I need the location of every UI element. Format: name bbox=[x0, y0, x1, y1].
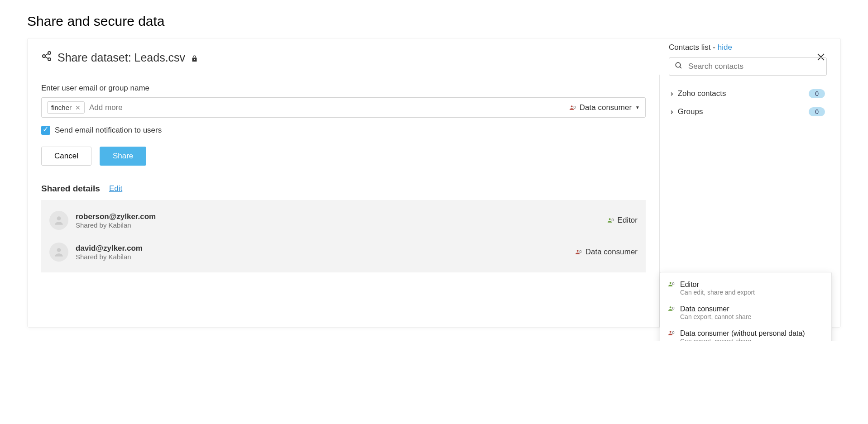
svg-rect-10 bbox=[612, 219, 613, 221]
shared-email: david@zylker.com bbox=[76, 244, 575, 253]
shared-email: roberson@zylker.com bbox=[76, 212, 607, 221]
role-option-editor[interactable]: Editor Can edit, share and export bbox=[660, 276, 831, 300]
svg-rect-8 bbox=[574, 106, 575, 108]
shared-title: Shared details bbox=[41, 184, 100, 194]
svg-rect-17 bbox=[672, 332, 674, 334]
shared-by: Shared by Kabilan bbox=[76, 221, 607, 229]
caret-down-icon: ▼ bbox=[635, 105, 640, 110]
shared-role-label: Editor bbox=[618, 216, 638, 225]
chip-text: fincher bbox=[51, 104, 72, 111]
contact-group-row[interactable]: › Groups 0 bbox=[669, 103, 827, 121]
svg-point-1 bbox=[43, 55, 45, 57]
share-modal: Share dataset: Leads.csv Enter user emai… bbox=[27, 38, 841, 328]
shared-header: Shared details Edit bbox=[41, 184, 646, 194]
contacts-header: Contacts list - hide bbox=[669, 43, 827, 52]
shared-item: roberson@zylker.com Shared by Kabilan Ed… bbox=[49, 205, 638, 236]
add-more-input[interactable] bbox=[89, 103, 569, 112]
count-badge: 0 bbox=[809, 89, 825, 98]
role-icon bbox=[667, 281, 675, 290]
modal-title-text: Share dataset: Leads.csv bbox=[58, 51, 185, 64]
share-form-panel: Enter user email or group name fincher ✕… bbox=[28, 38, 659, 327]
contact-group-label: Groups bbox=[678, 107, 703, 116]
count-badge: 0 bbox=[809, 107, 825, 116]
contacts-header-prefix: Contacts list - bbox=[669, 43, 718, 52]
selected-role-label: Data consumer bbox=[580, 103, 632, 112]
search-icon bbox=[675, 62, 688, 71]
shared-item: david@zylker.com Shared by Kabilan Data … bbox=[49, 236, 638, 268]
svg-point-9 bbox=[57, 216, 61, 220]
svg-line-14 bbox=[680, 67, 681, 68]
shared-role: Data consumer bbox=[575, 248, 638, 257]
avatar bbox=[49, 243, 68, 262]
modal-title: Share dataset: Leads.csv bbox=[41, 51, 198, 64]
contact-group-row[interactable]: › Zoho contacts 0 bbox=[669, 85, 827, 103]
share-icon bbox=[41, 51, 52, 64]
role-selector[interactable]: Data consumer ▼ bbox=[569, 103, 640, 112]
svg-point-5 bbox=[194, 59, 195, 60]
role-dropdown: Editor Can edit, share and export Data c… bbox=[660, 272, 832, 341]
svg-line-4 bbox=[45, 57, 48, 59]
shared-by: Shared by Kabilan bbox=[76, 253, 575, 261]
svg-point-11 bbox=[57, 248, 61, 252]
button-row: Cancel Share bbox=[41, 147, 646, 166]
hide-link[interactable]: hide bbox=[718, 43, 732, 52]
role-title: Editor bbox=[680, 281, 755, 289]
notify-checkbox[interactable] bbox=[41, 126, 50, 135]
shared-list: roberson@zylker.com Shared by Kabilan Ed… bbox=[41, 200, 646, 272]
shared-role-label: Data consumer bbox=[585, 248, 638, 257]
user-chip[interactable]: fincher ✕ bbox=[47, 101, 85, 114]
svg-point-0 bbox=[48, 52, 51, 54]
shared-info: roberson@zylker.com Shared by Kabilan bbox=[76, 212, 607, 229]
shared-role: Editor bbox=[607, 216, 638, 225]
notify-label: Send email notification to users bbox=[55, 126, 162, 135]
role-desc: Can export, cannot share bbox=[680, 313, 751, 320]
role-desc: Can edit, share and export bbox=[680, 289, 755, 296]
chevron-right-icon: › bbox=[671, 107, 673, 116]
role-title: Data consumer bbox=[680, 305, 751, 313]
page-title: Share and secure data bbox=[27, 14, 841, 29]
role-title: Data consumer (without personal data) bbox=[680, 329, 805, 338]
svg-line-3 bbox=[45, 54, 48, 56]
search-input[interactable] bbox=[688, 62, 821, 71]
svg-point-13 bbox=[676, 62, 681, 67]
role-icon bbox=[569, 104, 576, 111]
contacts-panel: Contacts list - hide › Zoho contacts 0 bbox=[659, 75, 840, 327]
svg-rect-12 bbox=[580, 251, 581, 253]
lock-icon bbox=[191, 51, 198, 64]
share-button[interactable]: Share bbox=[100, 147, 146, 166]
input-label: Enter user email or group name bbox=[41, 84, 646, 93]
user-input-row[interactable]: fincher ✕ Data consumer ▼ bbox=[41, 97, 646, 118]
avatar bbox=[49, 211, 68, 230]
contact-group-label: Zoho contacts bbox=[678, 89, 726, 98]
svg-rect-15 bbox=[672, 283, 674, 285]
role-option-data-consumer-npd[interactable]: Data consumer (without personal data) Ca… bbox=[660, 325, 831, 341]
notify-checkbox-row[interactable]: Send email notification to users bbox=[41, 126, 646, 135]
search-contacts[interactable] bbox=[669, 57, 827, 76]
role-option-data-consumer[interactable]: Data consumer Can export, cannot share bbox=[660, 300, 831, 325]
role-icon bbox=[667, 305, 675, 314]
role-desc: Can export, cannot share bbox=[680, 338, 805, 341]
edit-link[interactable]: Edit bbox=[109, 184, 122, 193]
svg-point-2 bbox=[48, 58, 51, 61]
role-icon bbox=[667, 329, 675, 338]
cancel-button[interactable]: Cancel bbox=[41, 147, 91, 166]
chevron-right-icon: › bbox=[671, 89, 673, 98]
chip-remove-icon[interactable]: ✕ bbox=[75, 104, 81, 111]
shared-info: david@zylker.com Shared by Kabilan bbox=[76, 244, 575, 261]
svg-rect-16 bbox=[672, 307, 674, 310]
